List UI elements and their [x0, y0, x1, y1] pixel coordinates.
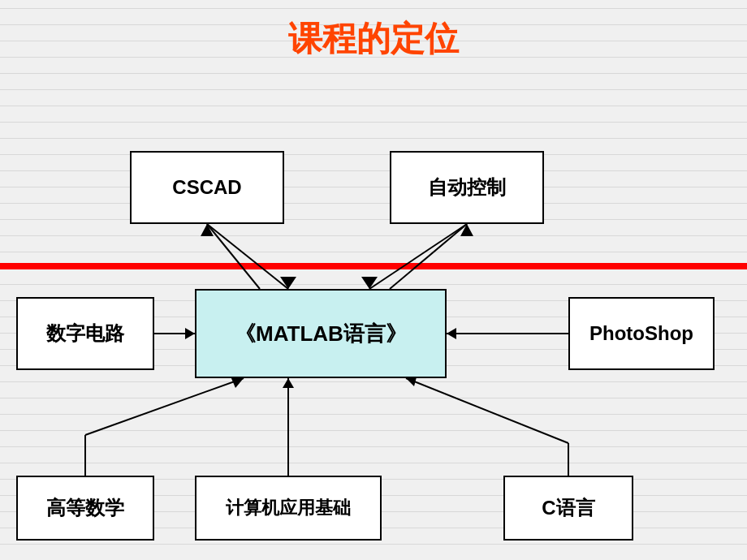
matlab-label: 《MATLAB语言》 [235, 320, 407, 348]
red-line [0, 263, 747, 269]
digital-circuit-label: 数字电路 [46, 321, 124, 347]
svg-line-0 [207, 224, 288, 289]
cscad-label: CSCAD [172, 176, 241, 199]
higher-math-label: 高等数学 [46, 495, 124, 521]
computer-basics-box: 计算机应用基础 [195, 476, 382, 541]
photoshop-label: PhotoShop [589, 322, 693, 345]
digital-circuit-box: 数字电路 [16, 297, 154, 370]
auto-control-box: 自动控制 [390, 151, 544, 224]
svg-line-13 [85, 378, 244, 435]
svg-marker-16 [283, 378, 294, 388]
svg-line-18 [406, 378, 568, 443]
svg-line-6 [390, 224, 467, 289]
svg-marker-9 [185, 328, 195, 339]
svg-marker-7 [460, 224, 473, 236]
svg-marker-3 [361, 277, 378, 289]
svg-marker-14 [231, 377, 244, 388]
c-language-box: C语言 [503, 476, 633, 541]
auto-control-label: 自动控制 [428, 174, 506, 200]
photoshop-box: PhotoShop [568, 297, 715, 370]
svg-marker-1 [280, 277, 296, 289]
svg-line-4 [207, 224, 260, 289]
svg-marker-11 [447, 328, 456, 339]
title: 课程的定位 [0, 0, 747, 62]
higher-math-box: 高等数学 [16, 476, 154, 541]
cscad-box: CSCAD [130, 151, 284, 224]
svg-marker-5 [201, 224, 214, 236]
computer-basics-label: 计算机应用基础 [226, 496, 351, 520]
svg-line-2 [369, 224, 467, 289]
c-language-label: C语言 [542, 495, 594, 521]
matlab-box: 《MATLAB语言》 [195, 289, 447, 378]
